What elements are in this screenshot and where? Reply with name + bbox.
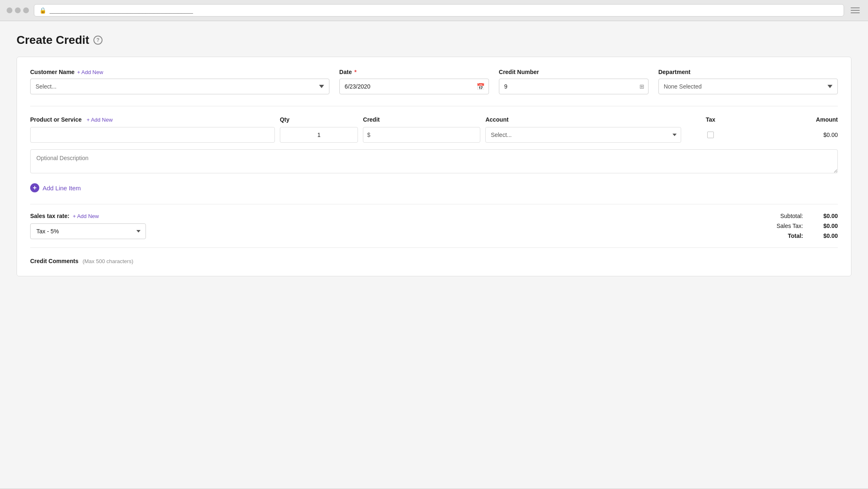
department-select[interactable]: None Selected xyxy=(658,79,838,94)
hamburger-line-1 xyxy=(851,7,860,8)
date-required-indicator: * xyxy=(354,69,356,75)
credit-amount-input[interactable] xyxy=(363,127,480,143)
sales-tax-total-value: $0.00 xyxy=(813,223,838,229)
add-line-icon: + xyxy=(30,183,39,192)
credit-input-wrapper: $ xyxy=(363,127,480,143)
totals-section: Subtotal: $0.00 Sales Tax: $0.00 Total: … xyxy=(739,213,838,239)
credit-comments-section: Credit Comments (Max 500 characters) xyxy=(30,248,838,264)
tax-header: Tax xyxy=(686,116,735,123)
add-line-item-label: Add Line Item xyxy=(43,185,81,192)
total-value: $0.00 xyxy=(813,233,838,239)
date-label: Date * xyxy=(339,69,489,75)
page-title-row: Create Credit ? xyxy=(17,34,851,47)
hamburger-line-3 xyxy=(851,12,860,13)
columns-row: Product or Service + Add New Qty Credit … xyxy=(30,116,838,123)
sales-tax-total-row: Sales Tax: $0.00 xyxy=(739,223,838,229)
product-service-input[interactable] xyxy=(30,127,275,143)
qty-input[interactable] xyxy=(280,127,358,143)
credit-number-input[interactable] xyxy=(499,79,649,94)
credit-number-group: Credit Number ⊞ xyxy=(499,69,649,94)
line-item-row: $ Select... $0.00 xyxy=(30,127,838,143)
account-header: Account xyxy=(485,116,681,123)
page-title: Create Credit xyxy=(17,34,89,47)
form-card: Customer Name + Add New Select... Date *… xyxy=(17,57,851,276)
credit-comments-header: Credit Comments (Max 500 characters) xyxy=(30,258,838,264)
sales-tax-rate-label: Sales tax rate: xyxy=(30,213,69,219)
qty-header: Qty xyxy=(280,116,358,123)
credit-number-wrapper: ⊞ xyxy=(499,79,649,94)
customer-add-new-link[interactable]: + Add New xyxy=(77,69,103,75)
sales-tax-left: Sales tax rate: + Add New Tax - 5% xyxy=(30,213,146,239)
sales-tax-total-label: Sales Tax: xyxy=(762,223,803,229)
hamburger-menu-icon[interactable] xyxy=(849,6,861,15)
department-label: Department xyxy=(658,69,838,75)
account-select[interactable]: Select... xyxy=(485,127,681,143)
customer-name-select[interactable]: Select... xyxy=(30,79,329,94)
browser-dot-red xyxy=(7,7,12,13)
date-group: Date * 📅 xyxy=(339,69,489,94)
sales-tax-select[interactable]: Tax - 5% xyxy=(30,223,146,239)
credit-col-header: Credit xyxy=(363,116,480,123)
max-chars-label: (Max 500 characters) xyxy=(83,258,134,264)
lock-icon: 🔒 xyxy=(39,7,46,14)
page-content: Create Credit ? Customer Name + Add New … xyxy=(0,21,868,489)
credit-comments-title: Credit Comments xyxy=(30,258,79,264)
hamburger-line-2 xyxy=(851,10,860,11)
subtotal-label: Subtotal: xyxy=(762,213,803,219)
browser-dot-yellow xyxy=(15,7,21,13)
total-row: Total: $0.00 xyxy=(739,233,838,239)
line-item-amount: $0.00 xyxy=(740,132,838,138)
date-input-wrapper: 📅 xyxy=(339,79,489,94)
customer-name-group: Customer Name + Add New Select... xyxy=(30,69,329,94)
amount-header: Amount xyxy=(740,116,838,123)
sales-tax-section: Sales tax rate: + Add New Tax - 5% Subto… xyxy=(30,204,838,248)
browser-dot-green xyxy=(23,7,29,13)
sales-tax-select-wrapper: Tax - 5% xyxy=(30,223,146,239)
credit-number-label: Credit Number xyxy=(499,69,649,75)
description-textarea[interactable] xyxy=(30,149,838,173)
address-text: ________________________________________… xyxy=(50,7,839,14)
top-fields: Customer Name + Add New Select... Date *… xyxy=(30,69,838,106)
date-input[interactable] xyxy=(339,79,489,94)
address-bar[interactable]: 🔒 ______________________________________… xyxy=(34,4,844,17)
subtotal-value: $0.00 xyxy=(813,213,838,219)
tax-checkbox-wrapper xyxy=(686,132,735,138)
product-service-header: Product or Service + Add New xyxy=(30,116,275,123)
department-group: Department None Selected xyxy=(658,69,838,94)
browser-chrome: 🔒 ______________________________________… xyxy=(0,0,868,21)
customer-name-label: Customer Name + Add New xyxy=(30,69,329,75)
browser-dots xyxy=(7,7,29,13)
add-line-item-button[interactable]: + Add Line Item xyxy=(30,183,81,192)
subtotal-row: Subtotal: $0.00 xyxy=(739,213,838,219)
sales-tax-label-row: Sales tax rate: + Add New xyxy=(30,213,146,219)
help-icon[interactable]: ? xyxy=(93,36,103,45)
product-add-new-link[interactable]: + Add New xyxy=(86,117,112,123)
line-items-section: Product or Service + Add New Qty Credit … xyxy=(30,106,838,264)
tax-checkbox[interactable] xyxy=(707,132,714,138)
tax-add-new-link[interactable]: + Add New xyxy=(73,213,99,219)
total-label: Total: xyxy=(762,233,803,239)
